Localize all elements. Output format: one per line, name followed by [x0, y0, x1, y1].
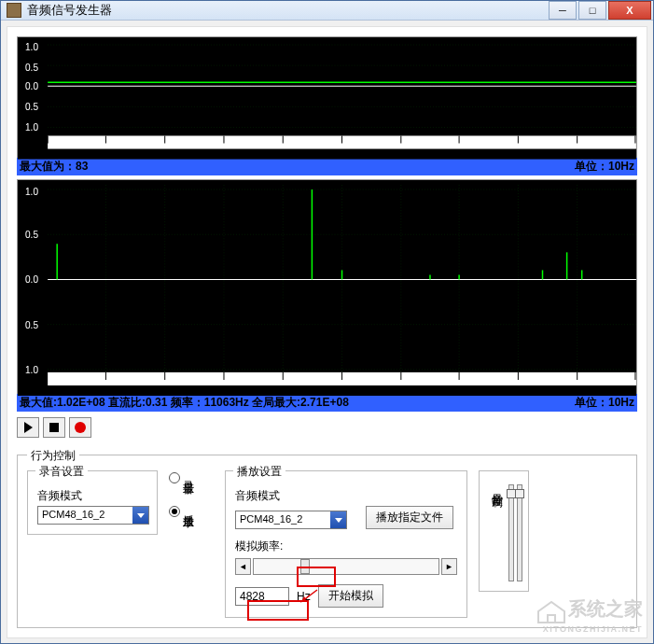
svg-text:3: 3 — [222, 149, 228, 160]
svg-text:0.0: 0.0 — [25, 81, 38, 91]
record-mode-combo[interactable]: PCM48_16_2 — [37, 506, 149, 525]
svg-text:5: 5 — [341, 149, 346, 160]
slider-track[interactable] — [253, 558, 439, 575]
radio-record-label: 录音显示 — [183, 472, 194, 476]
radio-record-display[interactable]: 录音显示 — [169, 472, 214, 483]
chevron-down-icon — [132, 507, 148, 524]
svg-text:9: 9 — [576, 149, 581, 160]
spectrum-plot: 240480720 96012001440 168019202160 2400 … — [17, 179, 637, 394]
svg-text:1.0: 1.0 — [25, 122, 38, 133]
svg-rect-36 — [18, 180, 636, 396]
svg-text:4: 4 — [281, 149, 286, 160]
svg-text:1440: 1440 — [389, 385, 410, 396]
radio-icon — [169, 472, 180, 483]
svg-text:0.5: 0.5 — [25, 230, 38, 240]
unit-label: 单位： — [575, 396, 608, 409]
titlebar: 音频信号发生器 ─ □ X — [1, 1, 653, 21]
volume-legend: 音量控制 — [489, 484, 505, 581]
svg-text:10: 10 — [626, 149, 636, 160]
play-settings-group: 播放设置 音频模式 PCM48_16_2 播放指定文件 模拟频率: ◄ ► — [225, 470, 467, 618]
svg-text:240: 240 — [96, 385, 112, 396]
svg-text:1.0: 1.0 — [25, 365, 38, 375]
play-button[interactable] — [17, 417, 39, 438]
maximize-button[interactable]: □ — [578, 1, 606, 20]
play-file-button[interactable]: 播放指定文件 — [366, 506, 453, 529]
svg-text:1200: 1200 — [329, 385, 351, 396]
volume-slider-right[interactable] — [517, 484, 522, 581]
svg-text:2160: 2160 — [565, 385, 587, 396]
slider-thumb[interactable] — [515, 489, 524, 498]
svg-text:1680: 1680 — [447, 385, 468, 396]
svg-text:720: 720 — [215, 385, 230, 396]
record-button[interactable] — [69, 417, 91, 438]
svg-text:6: 6 — [399, 149, 405, 160]
stop-button[interactable] — [43, 417, 65, 438]
slider-thumb[interactable] — [300, 559, 310, 574]
play-mode-label: 音频模式 — [235, 488, 457, 504]
transport-controls — [17, 417, 637, 438]
window-title: 音频信号发生器 — [27, 2, 549, 19]
minimize-button[interactable]: ─ — [549, 1, 577, 20]
svg-text:480: 480 — [156, 385, 172, 396]
spectrum-status-bar: 最大值:1.02E+08 直流比:0.31 频率：11063Hz 全局最大:2.… — [17, 394, 637, 412]
waveform-status-bar: 最大值为：83 单位：10Hz — [17, 158, 637, 175]
play-mode-value: PCM48_16_2 — [236, 511, 330, 528]
behavior-legend: 行为控制 — [27, 448, 79, 464]
max-value: 83 — [76, 160, 88, 173]
max-label: 最大值为： — [20, 160, 76, 173]
radio-icon — [169, 506, 180, 517]
play-icon — [24, 422, 33, 433]
app-window: 音频信号发生器 ─ □ X — [0, 0, 654, 644]
record-legend: 录音设置 — [35, 464, 88, 480]
svg-text:2400: 2400 — [618, 385, 636, 396]
app-icon — [7, 3, 21, 18]
svg-text:1.0: 1.0 — [25, 187, 38, 197]
svg-text:7: 7 — [457, 149, 463, 160]
client-area: 012 345 678 910 1.00.50.0 0.51.0 最大值为：83… — [7, 26, 647, 638]
record-icon — [75, 422, 86, 433]
volume-slider-left[interactable] — [508, 484, 514, 581]
svg-text:8: 8 — [516, 149, 522, 160]
spectrum-stats: 最大值:1.02E+08 直流比:0.31 频率：11063Hz 全局最大:2.… — [20, 395, 575, 411]
play-mode-combo[interactable]: PCM48_16_2 — [235, 511, 347, 529]
unit-value: 10Hz — [608, 396, 634, 409]
close-button[interactable]: X — [608, 1, 651, 20]
svg-text:1: 1 — [104, 149, 109, 160]
svg-text:0: 0 — [46, 149, 51, 160]
svg-text:0.0: 0.0 — [25, 274, 38, 285]
unit-value: 10Hz — [608, 160, 634, 173]
svg-text:0.5: 0.5 — [25, 320, 38, 330]
waveform-plot: 012 345 678 910 1.00.50.0 0.51.0 — [17, 36, 637, 158]
record-mode-value: PCM48_16_2 — [38, 507, 132, 524]
record-mode-label: 音频模式 — [37, 488, 147, 504]
stop-icon — [49, 423, 59, 432]
freq-slider[interactable]: ◄ ► — [235, 558, 457, 575]
radio-play-display[interactable]: 播放显示 — [169, 506, 214, 517]
volume-control-group: 音量控制 — [479, 470, 529, 592]
chevron-down-icon — [330, 511, 346, 528]
svg-text:1.0: 1.0 — [25, 42, 38, 52]
freq-input[interactable] — [235, 587, 289, 606]
play-legend: 播放设置 — [233, 464, 285, 480]
unit-label: 单位： — [575, 160, 608, 173]
hz-label: Hz — [297, 590, 311, 603]
svg-text:0.5: 0.5 — [25, 102, 38, 112]
svg-text:1920: 1920 — [506, 385, 527, 396]
svg-text:0.5: 0.5 — [25, 63, 38, 73]
start-sim-button[interactable]: 开始模拟 — [318, 584, 383, 608]
display-mode-radios: 录音显示 播放显示 — [169, 472, 214, 517]
radio-play-label: 播放显示 — [183, 506, 194, 510]
behavior-control-group: 行为控制 录音设置 音频模式 PCM48_16_2 录音显示 — [17, 455, 637, 628]
svg-text:960: 960 — [273, 385, 289, 396]
slider-left-button[interactable]: ◄ — [235, 558, 251, 575]
sim-freq-label: 模拟频率: — [235, 539, 457, 554]
svg-text:2: 2 — [163, 149, 169, 160]
slider-right-button[interactable]: ► — [441, 558, 457, 575]
record-settings-group: 录音设置 音频模式 PCM48_16_2 — [27, 470, 158, 535]
